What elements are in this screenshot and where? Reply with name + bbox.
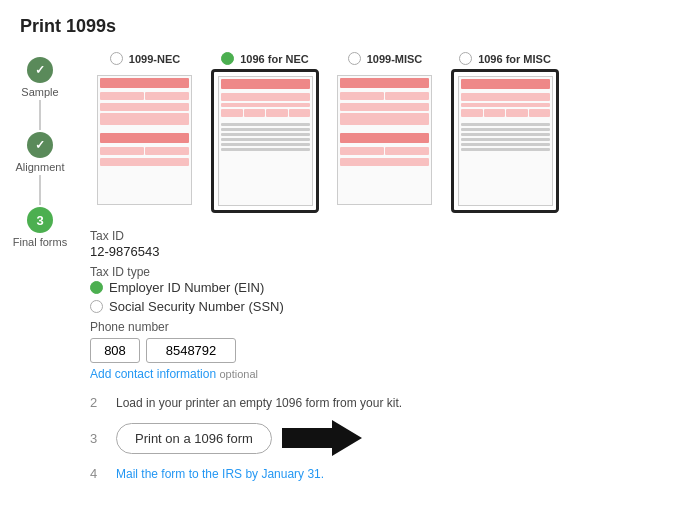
form-header-1096-misc: 1096 for MISC (459, 52, 551, 65)
step-row-4: 4 Mail the form to the IRS by January 31… (90, 466, 679, 481)
mini-cell (506, 109, 528, 117)
mini-cell (100, 147, 144, 155)
add-contact-link[interactable]: Add contact information optional (90, 367, 679, 381)
tax-id-type-label: Tax ID type (90, 265, 679, 279)
page-title: Print 1099s (0, 0, 699, 47)
mini-line (221, 128, 310, 131)
mini-cell (145, 147, 189, 155)
step-label-final: Final forms (13, 236, 67, 248)
sidebar-item-alignment: ✓ Alignment (16, 132, 65, 173)
tax-id-label: Tax ID (90, 229, 679, 243)
phone-area-code[interactable] (90, 338, 140, 363)
step-text-2: Load in your printer an empty 1096 form … (116, 396, 402, 410)
mini-cell (461, 109, 483, 117)
forms-row: 1099-NEC (90, 52, 679, 213)
card-inner-1096-misc (451, 69, 559, 213)
mini-grid-5 (340, 92, 429, 100)
mini-line (461, 123, 550, 126)
form-card-1096-nec[interactable]: 1096 for NEC (210, 52, 320, 213)
mini-cell (340, 147, 384, 155)
phone-row (90, 338, 679, 363)
step-num-3: 3 (90, 431, 106, 446)
form-card-1096-misc[interactable]: 1096 for MISC (450, 52, 560, 213)
label-1099-nec: 1099-NEC (129, 53, 180, 65)
mini-grid-6 (340, 147, 429, 155)
step-row-2: 2 Load in your printer an empty 1096 for… (90, 395, 679, 410)
add-contact-label: Add contact information (90, 367, 216, 381)
phone-label: Phone number (90, 320, 679, 334)
mini-row (100, 103, 189, 111)
print-1096-button[interactable]: Print on a 1096 form (116, 423, 272, 454)
mini-form-1096-misc (458, 76, 553, 206)
mini-header-1 (100, 78, 189, 88)
mini-cell (244, 109, 266, 117)
label-1099-misc: 1099-MISC (367, 53, 423, 65)
tax-info-section: Tax ID 12-9876543 Tax ID type Employer I… (90, 229, 679, 381)
mini-line (221, 143, 310, 146)
mini-lines (221, 123, 310, 151)
content-area: 1099-NEC (80, 47, 699, 519)
step-circle-final: 3 (27, 207, 53, 233)
form-card-1099-nec[interactable]: 1099-NEC (90, 52, 200, 213)
card-inner-1099-misc (331, 69, 439, 211)
radio-1099-nec[interactable] (110, 52, 123, 65)
step-row-3: 3 Print on a 1096 form (90, 420, 679, 456)
mini-cell (289, 109, 311, 117)
mini-line (221, 138, 310, 141)
sidebar-item-sample: ✓ Sample (21, 57, 58, 98)
phone-section: Phone number (90, 320, 679, 363)
step-num-4: 4 (90, 466, 106, 481)
mini-row (221, 93, 310, 101)
ssn-label: Social Security Number (SSN) (109, 299, 284, 314)
mini-header-6 (340, 133, 429, 143)
mini-header-5 (340, 78, 429, 88)
step-circle-alignment: ✓ (27, 132, 53, 158)
mini-grid-7 (461, 109, 550, 117)
form-header-1096-nec: 1096 for NEC (221, 52, 308, 65)
form-header-1099-nec: 1099-NEC (110, 52, 180, 65)
mini-line (221, 133, 310, 136)
mini-cell (484, 109, 506, 117)
mini-line (461, 143, 550, 146)
mini-cell (385, 147, 429, 155)
sidebar-item-final: 3 Final forms (13, 207, 67, 248)
mini-line (461, 128, 550, 131)
radio-1096-nec[interactable] (221, 52, 234, 65)
mini-cell (145, 92, 189, 100)
arrow-icon (282, 420, 362, 456)
mini-grid-3 (221, 109, 310, 117)
steps-list: 2 Load in your printer an empty 1096 for… (90, 395, 679, 481)
form-header-1099-misc: 1099-MISC (348, 52, 423, 65)
svg-marker-0 (282, 420, 362, 456)
mini-cell (266, 109, 288, 117)
ssn-radio[interactable] (90, 300, 103, 313)
phone-number[interactable] (146, 338, 236, 363)
mini-form-1099-nec (97, 75, 192, 205)
mini-line (461, 133, 550, 136)
tax-id-value: 12-9876543 (90, 244, 679, 259)
radio-1099-misc[interactable] (348, 52, 361, 65)
main-layout: ✓ Sample ✓ Alignment 3 Final forms (0, 47, 699, 519)
label-1096-nec: 1096 for NEC (240, 53, 308, 65)
mini-line (461, 138, 550, 141)
mini-cell (100, 92, 144, 100)
mini-line (461, 148, 550, 151)
mini-header-3 (221, 79, 310, 89)
mini-header-2 (100, 133, 189, 143)
radio-1096-misc[interactable] (459, 52, 472, 65)
mini-grid-1 (100, 92, 189, 100)
mini-row (100, 113, 189, 125)
mini-form-1096-nec (218, 76, 313, 206)
mini-row (461, 103, 550, 107)
mini-row (340, 103, 429, 111)
mini-row (221, 103, 310, 107)
step-label-sample: Sample (21, 86, 58, 98)
ein-radio[interactable] (90, 281, 103, 294)
mini-form-1099-misc (337, 75, 432, 205)
mini-cell (340, 92, 384, 100)
step-line-2 (39, 175, 41, 205)
form-card-1099-misc[interactable]: 1099-MISC (330, 52, 440, 213)
optional-label: optional (219, 368, 258, 380)
mini-cell (529, 109, 551, 117)
page-wrapper: Print 1099s ✓ Sample ✓ Alignment 3 Final… (0, 0, 699, 519)
